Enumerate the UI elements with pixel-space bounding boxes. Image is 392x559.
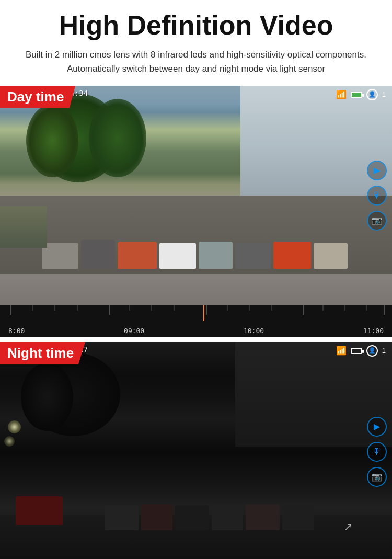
day-time-label-2: 09:00 xyxy=(124,327,144,335)
night-building xyxy=(235,342,392,447)
night-label-badge: Night time xyxy=(0,342,85,364)
day-time-labels: 8:00 09:00 10:00 11:00 xyxy=(0,327,392,335)
subtitle-text: Built in 2 million cmos lens with 8 infr… xyxy=(24,48,368,76)
day-timeline[interactable]: 8:00 09:00 10:00 11:00 xyxy=(0,305,392,337)
day-time-label-3: 10:00 xyxy=(244,327,264,335)
day-shed xyxy=(0,206,47,248)
page-title: High Definition Video xyxy=(16,10,376,40)
night-light-2 xyxy=(4,436,15,447)
day-scene-bg xyxy=(0,86,392,305)
day-label-badge: Day time xyxy=(0,86,75,108)
day-ruler-bg xyxy=(0,305,392,321)
day-cars-row xyxy=(42,230,363,271)
night-red-car xyxy=(16,496,63,525)
night-cars-row xyxy=(105,486,366,533)
day-ruler-svg xyxy=(0,305,392,321)
day-time-label-4: 11:00 xyxy=(363,327,384,335)
day-camera-viewport: 02-14-2019 09:56:34 📶 👤 1 ▶ 🎙 📷 xyxy=(0,86,392,305)
header-section: High Definition Video Built in 2 million… xyxy=(0,0,392,86)
night-scene-bg: ↗ xyxy=(0,342,392,559)
day-trees xyxy=(26,94,152,198)
night-camera-block: Night time xyxy=(0,342,392,559)
section-gap xyxy=(0,337,392,342)
night-trees xyxy=(21,352,136,447)
cursor-icon: ↗ xyxy=(344,520,353,533)
night-light-1 xyxy=(8,420,21,433)
night-camera-viewport: ↗ 02-20-2019 23:14:27 📶 👤 1 ▶ 🎙 📷 xyxy=(0,342,392,559)
day-camera-block: Day time xyxy=(0,86,392,337)
day-building xyxy=(240,86,392,201)
day-time-label-1: 8:00 xyxy=(8,327,25,335)
